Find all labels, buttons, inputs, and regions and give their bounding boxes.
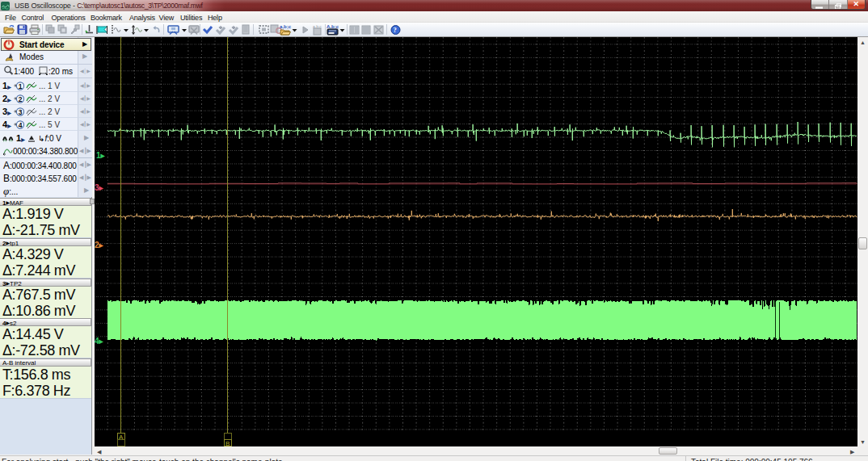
svg-text:4▸: 4▸ [95, 337, 104, 346]
svg-text:A,b;c: A,b;c [327, 24, 339, 29]
svg-text:1: 1 [19, 82, 23, 90]
svg-text:1▸: 1▸ [96, 151, 106, 160]
svg-text:2: 2 [19, 95, 23, 103]
svg-text:3▸: 3▸ [95, 183, 104, 192]
svg-text:4: 4 [19, 121, 23, 129]
svg-text:3: 3 [19, 108, 23, 116]
svg-text:B: B [225, 440, 230, 447]
svg-text:2▸: 2▸ [95, 241, 104, 249]
svg-text:?: ? [394, 26, 397, 34]
svg-text:a,b;c: a,b;c [280, 24, 292, 29]
